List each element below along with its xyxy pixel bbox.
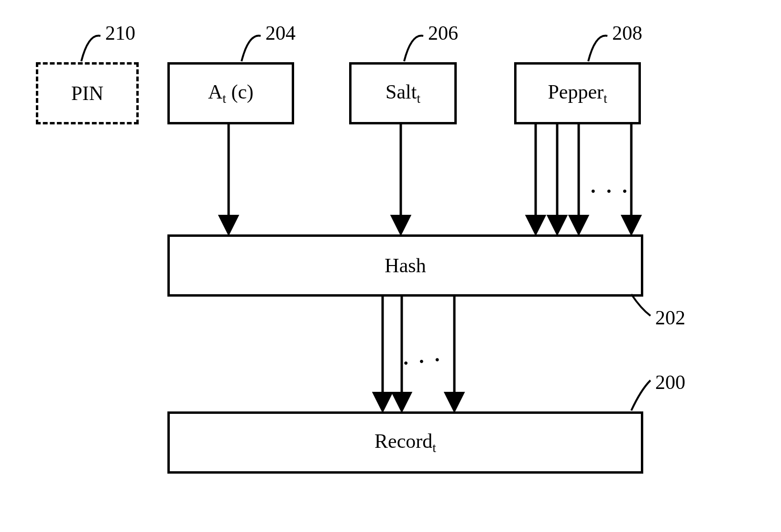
diagram-stage: PIN 210 At (c) 204 Saltt 206 Peppert 208… <box>0 0 781 532</box>
connectors <box>0 0 781 532</box>
